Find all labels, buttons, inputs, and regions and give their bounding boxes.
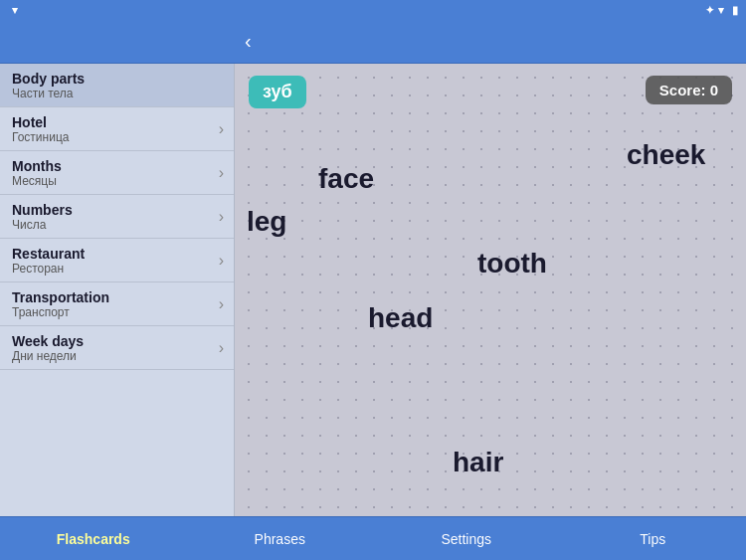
chevron-right-icon: ›	[219, 339, 224, 357]
tab-tips[interactable]: Tips	[560, 517, 747, 560]
tab-bar: FlashcardsPhrasesSettingsTips	[0, 516, 746, 560]
floating-word-tooth[interactable]: tooth	[477, 248, 547, 280]
score-badge: Score: 0	[646, 76, 732, 104]
main-content: Body parts Части тела Hotel Гостиница › …	[0, 64, 746, 516]
status-right: ✦ ▾ ▮	[705, 4, 738, 17]
sidebar-item-numbers[interactable]: Numbers Числа ›	[0, 195, 234, 239]
tab-flashcards[interactable]: Flashcards	[0, 517, 187, 560]
sidebar-item-text: Numbers Числа	[12, 202, 73, 232]
sidebar-item-text: Restaurant Ресторан	[12, 246, 85, 276]
floating-word-leg[interactable]: leg	[247, 206, 286, 238]
sidebar-item-text: Hotel Гостиница	[12, 114, 69, 144]
sidebar: Body parts Части тела Hotel Гостиница › …	[0, 64, 235, 516]
sidebar-item-transportation[interactable]: Transportation Транспорт ›	[0, 282, 234, 326]
chevron-right-icon: ›	[219, 295, 224, 313]
tab-settings[interactable]: Settings	[373, 517, 560, 560]
floating-word-hair[interactable]: hair	[453, 447, 503, 478]
sidebar-item-week-days[interactable]: Week days Дни недели ›	[0, 326, 234, 370]
sidebar-item-text: Transportation Транспорт	[12, 289, 109, 319]
sidebar-item-title: Body parts	[12, 71, 85, 87]
sidebar-item-text: Body parts Части тела	[12, 71, 85, 100]
sidebar-item-title: Hotel	[12, 114, 69, 130]
sidebar-item-subtitle: Части тела	[12, 87, 85, 100]
wifi-icon-right: ▾	[718, 4, 724, 17]
chevron-right-icon: ›	[219, 208, 224, 226]
sidebar-item-subtitle: Дни недели	[12, 349, 84, 363]
sidebar-item-hotel[interactable]: Hotel Гостиница ›	[0, 107, 234, 151]
battery-icon: ▮	[732, 4, 738, 17]
sidebar-item-title: Transportation	[12, 289, 109, 305]
sidebar-item-subtitle: Числа	[12, 218, 73, 232]
sidebar-item-months[interactable]: Months Месяцы ›	[0, 151, 234, 195]
floating-word-cheek[interactable]: cheek	[627, 139, 705, 171]
sidebar-item-subtitle: Гостиница	[12, 130, 69, 144]
sidebar-item-title: Restaurant	[12, 246, 85, 262]
bluetooth-icon: ✦	[705, 4, 714, 17]
sidebar-item-subtitle: Транспорт	[12, 305, 109, 319]
sidebar-item-subtitle: Ресторан	[12, 262, 85, 276]
quiz-area: зубScore: 0facelegtoothheadcheekhair	[235, 64, 746, 516]
status-bar: ▾ ✦ ▾ ▮	[0, 0, 746, 20]
tab-phrases[interactable]: Phrases	[187, 517, 374, 560]
target-word-badge[interactable]: зуб	[249, 76, 306, 108]
sidebar-item-restaurant[interactable]: Restaurant Ресторан ›	[0, 239, 234, 282]
floating-word-head[interactable]: head	[368, 302, 433, 334]
chevron-left-icon: ‹	[245, 30, 252, 53]
status-left: ▾	[8, 4, 18, 17]
floating-word-face[interactable]: face	[318, 163, 374, 195]
wifi-icon: ▾	[12, 4, 18, 17]
back-button[interactable]: ‹	[245, 30, 254, 53]
sidebar-item-title: Months	[12, 158, 62, 174]
chevron-right-icon: ›	[219, 120, 224, 138]
sidebar-item-subtitle: Месяцы	[12, 174, 62, 188]
sidebar-item-title: Numbers	[12, 202, 73, 218]
sidebar-item-title: Week days	[12, 333, 84, 349]
chevron-right-icon: ›	[219, 164, 224, 182]
sidebar-item-text: Months Месяцы	[12, 158, 62, 188]
nav-bar: ‹	[0, 20, 746, 64]
chevron-right-icon: ›	[219, 252, 224, 270]
sidebar-item-body-parts[interactable]: Body parts Части тела	[0, 64, 234, 107]
sidebar-item-text: Week days Дни недели	[12, 333, 84, 363]
